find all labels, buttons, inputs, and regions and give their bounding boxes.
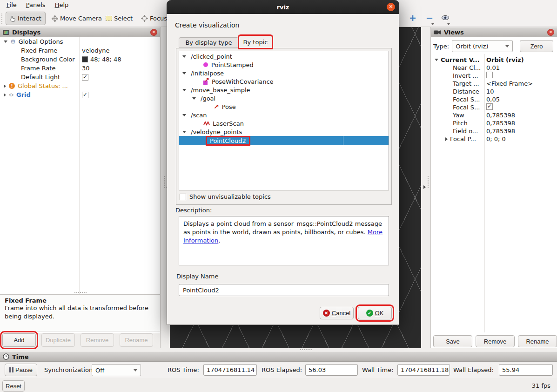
view-row-focal-shape-fixed[interactable]: Focal S... [431,103,557,111]
row-value[interactable]: <Fixed Frame> [484,80,557,87]
cancel-button[interactable]: ✕ Cancel [320,307,354,319]
move-camera-tool-button[interactable]: Move Camera [47,12,106,25]
display-name-input[interactable]: PointCloud2 [179,284,389,296]
tab-by-topic[interactable]: By topic [239,35,272,48]
interact-tool-button[interactable]: Interact [6,12,46,25]
view-row-field-of-view[interactable]: Field o... 0,785398 [431,127,557,135]
remove-button[interactable]: Remove [81,333,114,347]
view-row-focal-point[interactable]: Focal P... 0; 0; 0 [431,135,557,143]
tree-row-background-color[interactable]: Background Color 48; 48; 48 [0,55,160,64]
right-splitter-handle[interactable] [428,176,429,188]
menu-help[interactable]: Help [52,1,74,9]
topic-row[interactable]: LaserScan [179,119,389,128]
view-row-pitch[interactable]: Pitch 0,785398 [431,119,557,127]
visibility-dropdown-arrow[interactable] [447,23,450,25]
save-button[interactable]: Save [433,335,472,347]
collapse-arrow-icon[interactable] [445,137,448,141]
row-value[interactable]: 0,785398 [484,128,557,135]
tree-row-fixed-frame[interactable]: Fixed Frame velodyne [0,46,160,55]
row-value[interactable]: velodyne [82,47,109,54]
wall-elapsed-input[interactable]: 55.94 [499,364,553,376]
row-value[interactable]: 0,01 [484,64,557,71]
reset-button[interactable]: Reset [2,380,25,392]
topic-row[interactable]: PointStamped [179,61,389,69]
expand-arrow-icon[interactable] [435,59,438,61]
dialog-title-bar[interactable]: rviz ✕ [167,0,399,14]
expand-arrow-icon[interactable] [192,97,196,100]
tool-visibility-button[interactable] [438,11,452,24]
tree-row-global-options[interactable]: ⚙Global Options [0,37,160,46]
view-row-yaw[interactable]: Yaw 0,785398 [431,111,557,119]
topic-row[interactable]: /move_base_simple [179,86,389,94]
topic-row[interactable]: /scan [179,111,389,119]
bottom-splitter-handle[interactable] [300,349,312,351]
row-value[interactable]: 0,05 [484,96,557,103]
toolbar-drag-handle[interactable] [1,14,3,24]
column-divider[interactable] [79,37,80,294]
tree-row-default-light[interactable]: Default Light [0,73,160,81]
rename-button[interactable]: Rename [518,335,557,347]
column-divider[interactable] [484,54,485,332]
sync-select[interactable]: Off [92,364,141,376]
remove-button[interactable]: Remove [476,335,515,347]
focal-shape-checkbox[interactable] [486,103,493,110]
expand-arrow-icon[interactable] [182,89,186,91]
row-value[interactable]: 10 [484,88,557,95]
view-row-target-frame[interactable]: Target ... <Fixed Frame> [431,80,557,88]
remove-tool-dropdown-arrow[interactable] [431,23,434,25]
close-icon[interactable]: ✕ [150,29,157,36]
zero-button[interactable]: Zero [520,40,553,52]
view-row-current-view[interactable]: Current V... Orbit (rviz) [431,56,557,64]
right-splitter-collapse-icon[interactable] [423,185,426,189]
left-splitter-handle[interactable] [164,176,165,188]
view-type-select[interactable]: Orbit (rviz) [452,40,513,52]
color-swatch[interactable] [82,56,88,62]
displays-panel-header[interactable]: Displays ✕ [0,27,160,37]
topic-row[interactable]: /initialpose [179,69,389,77]
time-panel-header[interactable]: Time [0,351,557,362]
topic-row[interactable]: /clicked_point [179,52,389,61]
close-icon[interactable]: ✕ [387,3,395,11]
tree-row-frame-rate[interactable]: Frame Rate 30 [0,64,160,73]
view-row-focal-shape-size[interactable]: Focal S... 0,05 [431,95,557,103]
row-value[interactable]: 30 [82,65,90,72]
rename-button[interactable]: Rename [120,333,153,347]
views-panel-header[interactable]: Views ✕ [431,27,557,37]
tab-by-display-type[interactable]: By display type [179,37,239,48]
wall-time-input[interactable]: 1704716811.18 [397,364,450,376]
pause-button[interactable]: Pause [5,364,37,376]
view-row-invert-z[interactable]: Invert ... [431,72,557,80]
select-tool-button[interactable]: Select [101,12,137,25]
topic-row[interactable]: ↗ PoseWithCovariance [179,77,389,86]
expand-arrow-icon[interactable] [4,41,7,43]
row-value[interactable]: 0,785398 [484,120,557,127]
menu-panels[interactable]: Panels [23,1,51,9]
expand-arrow-icon[interactable] [182,72,186,74]
collapse-arrow-icon[interactable] [4,93,6,97]
add-tool-button[interactable]: + [406,11,420,24]
view-row-near-clip[interactable]: Near Cl... 0,01 [431,64,557,72]
grid-checkbox[interactable] [82,92,88,98]
remove-tool-button[interactable]: − [423,11,436,24]
tree-row-global-status[interactable]: !Global Status: ... [0,81,160,90]
duplicate-button[interactable]: Duplicate [41,333,75,347]
topic-row[interactable]: /goal [179,94,389,102]
help-splitter-handle[interactable] [74,292,87,293]
topic-row[interactable]: /velodyne_points [179,128,389,136]
invert-z-checkbox[interactable] [486,72,493,78]
collapse-arrow-icon[interactable] [4,84,6,88]
default-light-checkbox[interactable] [82,74,88,81]
row-value[interactable]: 0; 0; 0 [484,135,557,142]
show-unvisualizable-row[interactable]: Show unvisualizable topics [180,193,271,200]
show-unvisualizable-checkbox[interactable] [180,194,186,200]
close-icon[interactable]: ✕ [547,29,554,36]
topic-row[interactable]: ↗ Pose [179,102,389,111]
menu-file[interactable]: File [4,1,22,9]
tree-row-grid[interactable]: ◇Grid [0,90,160,99]
row-value[interactable]: 0,785398 [484,112,557,119]
ros-elapsed-input[interactable]: 56.03 [305,364,358,376]
expand-arrow-icon[interactable] [182,55,186,58]
ok-button[interactable]: ✓ OK [358,307,392,319]
topic-row-selected[interactable]: PointCloud2 [179,136,389,145]
row-value[interactable]: 48; 48; 48 [90,56,121,63]
